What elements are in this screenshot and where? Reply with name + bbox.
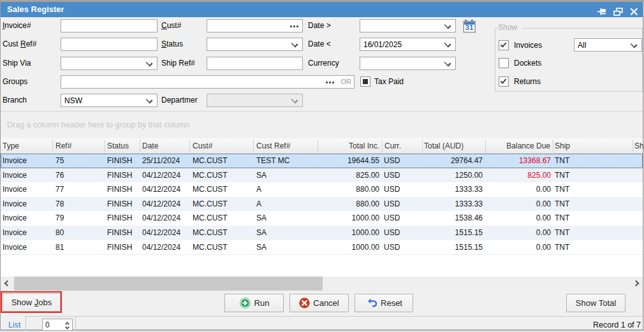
- svg-text:31: 31: [465, 24, 474, 31]
